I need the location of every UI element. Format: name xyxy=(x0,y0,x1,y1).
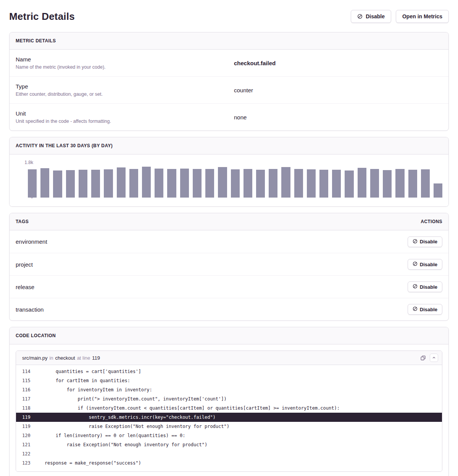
code-line-number: 123 xyxy=(16,458,31,468)
code-line-ref: 119 xyxy=(92,355,100,361)
activity-bar xyxy=(104,169,113,198)
disable-tag-button[interactable]: Disable xyxy=(408,304,442,315)
code-line-text xyxy=(31,449,34,458)
disable-tag-button[interactable]: Disable xyxy=(408,259,442,270)
metric-details-page: Metric Details Disable Open in Metrics M… xyxy=(0,0,458,476)
activity-panel-title: ACTIVITY IN THE LAST 30 DAYS (BY DAY) xyxy=(16,143,113,148)
metric-detail-row: Type Either counter, distribution, gauge… xyxy=(10,76,448,103)
code-line-text: print("> inventoryItem.count", inventory… xyxy=(31,394,227,404)
activity-bar xyxy=(129,169,138,198)
activity-bar xyxy=(28,169,37,198)
disable-tag-label: Disable xyxy=(420,262,437,267)
tags-panel: TAGS ACTIONS environment Disable project… xyxy=(9,213,449,321)
tag-row: project Disable xyxy=(10,253,448,275)
topbar-actions: Disable Open in Metrics xyxy=(351,10,449,23)
code-line: 119 sentry_sdk.metrics.incr(key="checkou… xyxy=(16,413,442,422)
topbar: Metric Details Disable Open in Metrics xyxy=(9,0,449,23)
code-at-line-word: at line xyxy=(77,355,90,361)
code-line-text: if len(inventory) == 0 or len(quantities… xyxy=(31,431,185,440)
activity-bar xyxy=(256,170,265,198)
tag-rows: environment Disable project Disable rele… xyxy=(10,230,448,320)
metric-detail-row: Name Name of the metric (invoked in your… xyxy=(10,50,448,76)
code-line: 114 quantities = cart['quantities'] xyxy=(16,367,442,376)
activity-bar xyxy=(218,167,227,198)
tag-label: environment xyxy=(16,238,47,245)
circle-slash-icon xyxy=(357,14,363,19)
code-lines: 114 quantities = cart['quantities'] 115 … xyxy=(16,365,442,471)
activity-bar xyxy=(180,169,189,198)
code-function-name: checkout xyxy=(55,355,75,361)
activity-bar xyxy=(294,169,303,198)
activity-bar xyxy=(408,170,417,198)
tags-actions-header: ACTIONS xyxy=(421,219,442,224)
circle-slash-icon xyxy=(413,284,418,290)
code-line-number: 115 xyxy=(16,376,31,385)
activity-bar xyxy=(319,170,328,198)
activity-bar xyxy=(244,169,252,198)
activity-bar xyxy=(383,170,392,198)
disable-tag-button[interactable]: Disable xyxy=(408,281,442,292)
activity-bar xyxy=(269,169,277,198)
code-line-text: sentry_sdk.metrics.incr(key="checkout.fa… xyxy=(31,413,216,422)
activity-bar xyxy=(79,170,87,198)
detail-label: Type xyxy=(16,83,234,90)
code-line-text: raise Exception("Not enough inventory fo… xyxy=(31,440,207,449)
metric-details-panel-title: METRIC DETAILS xyxy=(16,38,56,43)
code-location-panel: CODE LOCATION src/main.py in checkout at… xyxy=(9,327,449,476)
activity-bar xyxy=(142,167,151,198)
tag-label: project xyxy=(16,261,33,268)
code-line: 123 response = make_response("success") xyxy=(16,458,442,468)
code-line-number: 121 xyxy=(16,440,31,449)
activity-bar xyxy=(66,170,75,198)
code-file-path: src/main.py in checkout at line 119 xyxy=(22,355,419,361)
code-line: 119 raise Exception("Not enough inventor… xyxy=(16,422,442,431)
collapse-snippet-button[interactable] xyxy=(430,354,438,362)
tags-panel-title: TAGS xyxy=(16,219,29,224)
code-line: 117 print("> inventoryItem.count", inven… xyxy=(16,394,442,404)
metric-details-rows: Name Name of the metric (invoked in your… xyxy=(10,50,448,130)
metric-details-panel: METRIC DETAILS Name Name of the metric (… xyxy=(9,32,449,131)
code-line-number: 114 xyxy=(16,367,31,376)
activity-panel: ACTIVITY IN THE LAST 30 DAYS (BY DAY) 1.… xyxy=(9,137,449,207)
code-in-word: in xyxy=(49,355,53,361)
code-line-text: if (inventoryItem.count < quantities[car… xyxy=(31,404,340,413)
code-line-number: 116 xyxy=(16,385,31,394)
activity-bar xyxy=(307,169,316,198)
activity-bar xyxy=(91,170,100,198)
tag-row: environment Disable xyxy=(10,230,448,253)
activity-bar xyxy=(281,167,290,198)
code-snippet-header: src/main.py in checkout at line 119 xyxy=(16,351,442,365)
copy-icon[interactable] xyxy=(419,354,427,362)
activity-panel-header: ACTIVITY IN THE LAST 30 DAYS (BY DAY) xyxy=(10,137,448,154)
code-snippet-frame: src/main.py in checkout at line 119 xyxy=(16,351,442,472)
metric-details-panel-header: METRIC DETAILS xyxy=(10,32,448,50)
open-in-metrics-label: Open in Metrics xyxy=(402,13,442,19)
code-line-text: quantities = cart['quantities'] xyxy=(31,367,141,376)
activity-bar xyxy=(358,168,366,198)
detail-description: Unit specified in the code - affects for… xyxy=(16,119,234,124)
activity-bar xyxy=(155,169,163,198)
circle-slash-icon xyxy=(413,239,418,245)
disable-metric-label: Disable xyxy=(366,13,385,19)
code-line-number: 119 xyxy=(16,422,31,431)
detail-description: Name of the metric (invoked in your code… xyxy=(16,64,234,70)
open-in-metrics-button[interactable]: Open in Metrics xyxy=(396,10,449,23)
activity-bar xyxy=(421,169,430,198)
activity-bar xyxy=(370,169,379,198)
code-line-number: 118 xyxy=(16,404,31,413)
code-line-text: raise Exception("Not enough inventory fo… xyxy=(31,422,229,431)
disable-tag-button[interactable]: Disable xyxy=(408,236,442,247)
activity-bar xyxy=(193,169,202,198)
disable-tag-label: Disable xyxy=(420,284,437,290)
detail-description: Either counter, distribution, gauge, or … xyxy=(16,92,234,97)
activity-bar-chart: 1.8k 0 xyxy=(10,154,448,206)
code-line-number: 117 xyxy=(16,394,31,404)
activity-bar xyxy=(205,169,214,198)
code-line: 122 xyxy=(16,449,442,458)
code-line-text: for cartItem in quantities: xyxy=(31,376,130,385)
code-line-number: 119 xyxy=(16,413,31,422)
disable-metric-button[interactable]: Disable xyxy=(351,10,391,23)
tag-label: transaction xyxy=(16,306,44,313)
circle-slash-icon xyxy=(413,261,418,267)
tag-row: release Disable xyxy=(10,275,448,298)
